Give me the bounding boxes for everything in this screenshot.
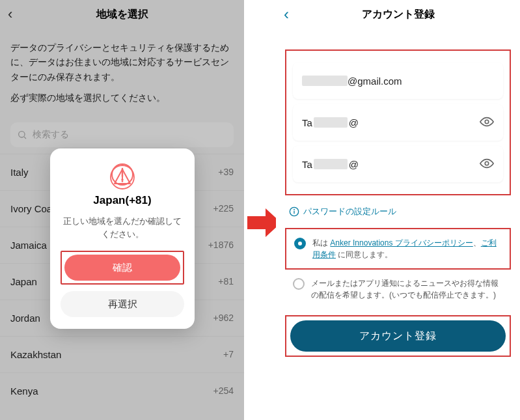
eye-icon[interactable] <box>480 156 494 173</box>
redacted-text <box>314 159 348 169</box>
password-rule-link[interactable]: パスワードの設定ルール <box>289 206 507 217</box>
redacted-text <box>302 76 348 86</box>
modal-description: 正しい地域を選んだか確認してください。 <box>61 215 184 240</box>
register-button[interactable]: アカウント登録 <box>290 320 506 352</box>
password-confirm-field[interactable]: Ta @ <box>293 146 503 182</box>
modal-title: Japan(+81) <box>61 194 184 207</box>
register-highlight: アカウント登録 <box>285 315 511 357</box>
svg-point-7 <box>485 120 489 124</box>
svg-point-8 <box>485 161 489 165</box>
confirm-highlight: 確認 <box>61 251 184 285</box>
confirm-button[interactable]: 確認 <box>64 255 180 281</box>
confirm-region-modal: Japan(+81) 正しい地域を選んだか確認してください。 確認 再選択 <box>50 148 195 329</box>
info-icon <box>289 206 299 217</box>
radio-unchecked-icon[interactable] <box>293 278 305 290</box>
right-title: アカウント登録 <box>362 8 435 21</box>
right-header: ‹ アカウント登録 <box>276 0 520 29</box>
radio-checked-icon[interactable] <box>294 238 306 249</box>
back-icon[interactable]: ‹ <box>284 5 289 23</box>
warning-icon <box>109 161 135 188</box>
email-field[interactable]: @gmail.com <box>293 63 503 99</box>
terms-consent-row[interactable]: 私は Anker Innovations プライバシーポリシー、ご利用条件 に同… <box>290 234 506 263</box>
consent-highlight: 私は Anker Innovations プライバシーポリシー、ご利用条件 に同… <box>285 228 511 270</box>
svg-point-5 <box>122 180 124 182</box>
svg-point-11 <box>294 209 295 210</box>
password-field[interactable]: Ta @ <box>293 104 503 141</box>
redacted-text <box>314 117 348 128</box>
form-highlight: @gmail.com Ta @ Ta @ <box>285 49 511 195</box>
privacy-policy-link[interactable]: Anker Innovations プライバシーポリシー <box>330 238 472 247</box>
eye-icon[interactable] <box>480 115 494 131</box>
newsletter-consent-row[interactable]: メールまたはアプリ通知によるニュースやお得な情報の配信を希望します。(いつでも配… <box>285 275 511 303</box>
reselect-button[interactable]: 再選択 <box>61 291 184 317</box>
